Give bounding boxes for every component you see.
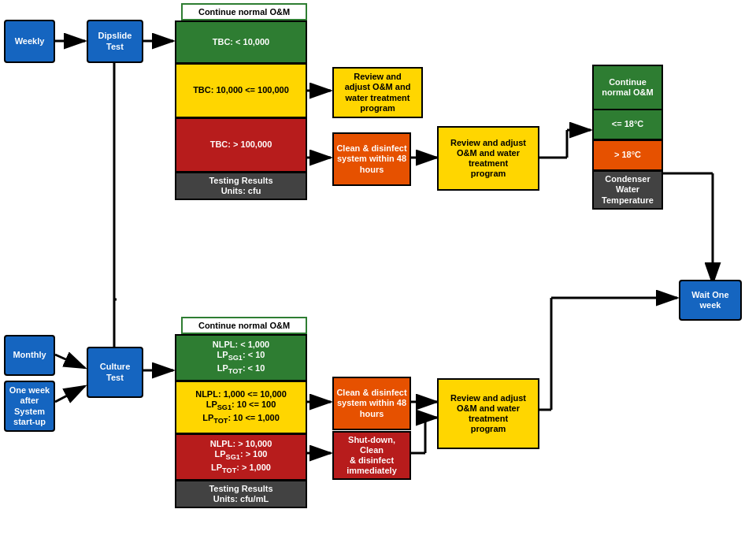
- tbc-mid-label: TBC: 10,000 <= 100,000: [193, 85, 289, 95]
- tbc-low-label: TBC: < 10,000: [213, 37, 269, 47]
- review-adjust2-label: Review and adjustO&M and watertreatmentp…: [450, 138, 526, 180]
- temp-high-box: > 18°C: [592, 139, 663, 171]
- review-adjust1-label: Review andadjust O&M andwater treatmentp…: [345, 72, 411, 113]
- weekly-label: Weekly: [15, 36, 45, 46]
- review-adjust2-box: Review and adjustO&M and watertreatmentp…: [437, 126, 539, 191]
- continue-om-bottom-label: Continue normal O&M: [181, 317, 307, 334]
- shutdown-clean-label: Shut-down, Clean& disinfectimmediately: [335, 435, 408, 477]
- tbc-high-label: TBC: > 100,000: [210, 139, 272, 150]
- nlpl-mid-label: NLPL: 1,000 <= 10,000LPSG1: 10 <= 100LPT…: [195, 389, 287, 426]
- review-adjust3-label: Review and adjustO&M and watertreatmentp…: [450, 393, 526, 435]
- review-adjust3-box: Review and adjustO&M and watertreatmentp…: [437, 378, 539, 449]
- wait-one-week-box: Wait Oneweek: [679, 280, 742, 321]
- temp-high-label: > 18°C: [614, 150, 641, 160]
- testing-results-bottom: Testing ResultsUnits: cfu/mL: [175, 480, 307, 508]
- continue-om-bottom-text: Continue normal O&M: [198, 321, 290, 330]
- review-adjust1-box: Review andadjust O&M andwater treatmentp…: [332, 67, 423, 118]
- testing-results-top-label: Testing ResultsUnits: cfu: [209, 176, 272, 196]
- temp-low-box: <= 18°C: [592, 109, 663, 140]
- monthly-label: Monthly: [13, 350, 46, 360]
- testing-results-top: Testing ResultsUnits: cfu: [175, 172, 307, 200]
- nlpl-mid-box: NLPL: 1,000 <= 10,000LPSG1: 10 <= 100LPT…: [175, 381, 307, 434]
- clean-disinfect2-box: Clean & disinfectsystem within 48hours: [332, 377, 411, 430]
- dipslide-label: DipslideTest: [98, 31, 132, 51]
- clean-disinfect1-box: Clean & disinfectsystem within 48hours: [332, 132, 411, 186]
- continue-om-right-box: Continuenormal O&M: [592, 65, 663, 110]
- weekly-box: Weekly: [4, 20, 55, 63]
- svg-line-14: [55, 355, 85, 368]
- one-week-box: One weekafterSystemstart-up: [4, 381, 55, 432]
- dipslide-box: DipslideTest: [87, 20, 143, 63]
- shutdown-clean-box: Shut-down, Clean& disinfectimmediately: [332, 431, 411, 480]
- culture-test-label: CultureTest: [100, 362, 131, 382]
- nlpl-low-box: NLPL: < 1,000LPSG1: < 10LPTOT: < 10: [175, 334, 307, 381]
- condenser-water-temp-label: CondenserWaterTemperature: [602, 174, 654, 206]
- wait-one-week-label: Wait Oneweek: [691, 290, 728, 310]
- testing-results-bottom-label: Testing ResultsUnits: cfu/mL: [209, 484, 272, 504]
- clean-disinfect1-label: Clean & disinfectsystem within 48hours: [336, 143, 406, 175]
- continue-om-right-label: Continuenormal O&M: [602, 77, 653, 98]
- clean-disinfect2-label: Clean & disinfectsystem within 48hours: [336, 388, 406, 419]
- condenser-water-temp-box: CondenserWaterTemperature: [592, 170, 663, 210]
- nlpl-high-label: NLPL: > 10,000LPSG1: > 100LPTOT: > 1,000: [210, 439, 272, 475]
- culture-test-box: CultureTest: [87, 347, 143, 398]
- tbc-high-box: TBC: > 100,000: [175, 117, 307, 173]
- nlpl-low-label: NLPL: < 1,000LPSG1: < 10LPTOT: < 10: [213, 340, 269, 376]
- tbc-mid-box: TBC: 10,000 <= 100,000: [175, 63, 307, 118]
- nlpl-high-box: NLPL: > 10,000LPSG1: > 100LPTOT: > 1,000: [175, 433, 307, 481]
- tbc-low-box: TBC: < 10,000: [175, 20, 307, 64]
- monthly-box: Monthly: [4, 335, 55, 376]
- continue-om-top-text: Continue normal O&M: [198, 7, 290, 17]
- one-week-label: One weekafterSystemstart-up: [9, 385, 50, 427]
- svg-line-15: [55, 386, 85, 402]
- temp-low-label: <= 18°C: [612, 119, 643, 129]
- continue-om-top-label: Continue normal O&M: [181, 3, 307, 20]
